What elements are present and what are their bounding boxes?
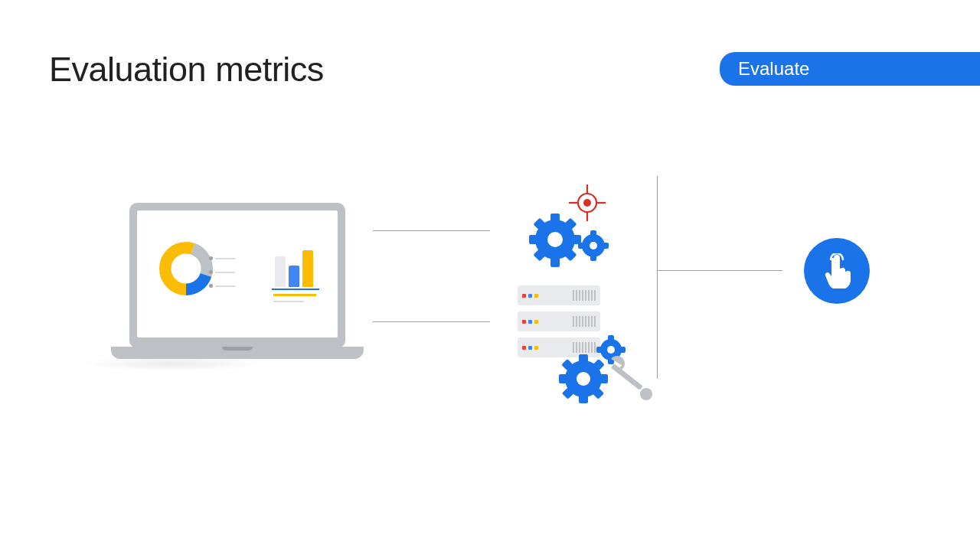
svg-rect-23	[601, 243, 609, 249]
connector-line	[373, 230, 490, 231]
analytics-laptop-icon	[111, 203, 364, 371]
phase-badge: Evaluate	[720, 52, 980, 86]
svg-rect-29	[619, 347, 626, 353]
diagram-stage	[0, 172, 980, 425]
connector-line	[658, 270, 782, 271]
gears-target-icon	[517, 180, 624, 279]
svg-rect-26	[608, 335, 614, 342]
svg-point-42	[640, 388, 652, 400]
svg-point-18	[547, 232, 563, 247]
donut-legend-lines	[215, 246, 235, 299]
svg-rect-32	[579, 354, 588, 364]
svg-point-40	[577, 372, 590, 386]
svg-point-4	[583, 199, 591, 207]
touch-pointer-icon	[804, 238, 870, 304]
svg-rect-21	[590, 253, 596, 261]
svg-rect-22	[578, 243, 586, 249]
svg-rect-20	[590, 230, 596, 238]
server-gears-icon	[518, 285, 655, 416]
connector-line	[373, 321, 490, 322]
svg-rect-12	[529, 235, 540, 244]
svg-rect-11	[550, 256, 560, 267]
svg-point-2	[165, 248, 207, 290]
svg-rect-35	[598, 374, 608, 383]
page-title: Evaluation metrics	[49, 50, 324, 90]
bar-chart-icon	[275, 240, 328, 301]
svg-point-30	[607, 346, 615, 354]
svg-rect-10	[550, 214, 560, 224]
svg-rect-33	[579, 393, 588, 403]
svg-point-24	[590, 242, 597, 249]
svg-rect-28	[596, 347, 603, 353]
svg-rect-41	[611, 364, 643, 390]
svg-rect-34	[559, 374, 569, 383]
donut-chart-icon	[158, 241, 214, 296]
